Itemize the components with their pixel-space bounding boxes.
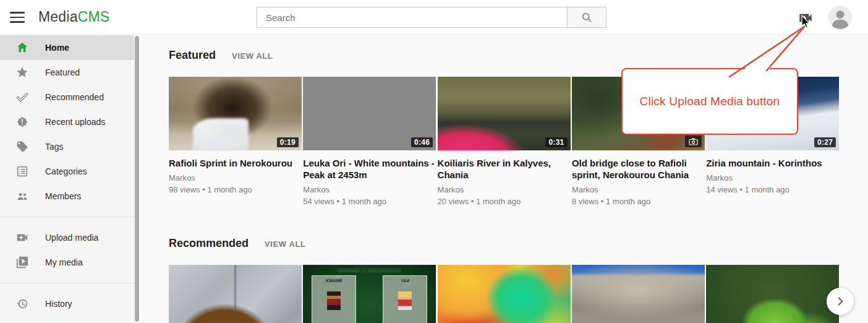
sidebar-item-history[interactable]: History	[0, 291, 134, 316]
search-icon	[581, 11, 593, 24]
star-icon	[15, 66, 29, 79]
my-media-icon	[15, 256, 29, 269]
tutorial-callout: Click Upload Media button	[621, 68, 798, 135]
media-thumbnail[interactable]: 0:31	[438, 77, 571, 150]
sidebar-scrollbar-track	[134, 35, 140, 323]
media-card[interactable]: 0:46 Leuka Ori - White mountains - Peak …	[303, 77, 436, 225]
media-thumbnail[interactable]	[572, 265, 705, 323]
media-meta: 98 views • 1 month ago	[169, 185, 302, 194]
sidebar-item-label: Recent uploads	[45, 117, 105, 127]
tag-icon	[15, 140, 29, 153]
sidebar-item-featured[interactable]: Featured	[0, 60, 134, 85]
members-icon	[15, 189, 29, 203]
hamburger-menu-icon[interactable]	[9, 9, 26, 25]
media-card[interactable]: 0:19 Rafioli Sprint in Nerokourou Markos…	[169, 77, 302, 225]
media-title[interactable]: Old bridge close to Rafioli sprint, Nero…	[572, 157, 705, 181]
media-thumbnail[interactable]	[169, 265, 302, 323]
camera-icon	[689, 138, 698, 145]
sidebar-divider	[0, 283, 134, 283]
game-character-panel: YAA Select	[383, 275, 427, 323]
media-title[interactable]: Leuka Ori - White mountains - Peak at 24…	[303, 157, 436, 181]
game-character-panel: KWAME Selected	[312, 275, 356, 323]
media-title[interactable]: Ziria mountain - Korinthos	[706, 157, 839, 169]
media-card[interactable]: 0:31 Koiliaris River in Kalyves, Chania …	[438, 77, 571, 225]
media-author[interactable]: Markos	[572, 185, 705, 194]
sidebar-item-label: My media	[45, 257, 83, 267]
media-thumbnail[interactable]	[438, 265, 571, 323]
search-bar	[257, 7, 606, 28]
user-avatar[interactable]	[828, 6, 852, 29]
game-character-sprite	[327, 291, 341, 310]
media-card[interactable]	[438, 265, 571, 323]
image-media-badge	[685, 136, 702, 147]
upload-media-button[interactable]	[796, 9, 815, 27]
sidebar-item-label: Members	[45, 191, 81, 201]
carousel-next-button[interactable]	[827, 288, 854, 315]
sidebar-scrollbar-thumb[interactable]	[135, 36, 139, 322]
tutorial-callout-text: Click Upload Media button	[640, 95, 780, 108]
recommended-view-all-link[interactable]: VIEW ALL	[265, 239, 305, 249]
sidebar-item-my-media[interactable]: My media	[0, 250, 134, 275]
featured-view-all-link[interactable]: VIEW ALL	[232, 51, 273, 61]
history-icon	[15, 297, 29, 311]
sidebar-item-label: Tags	[45, 142, 64, 152]
mediacms-home-page: MediaCMS	[0, 0, 868, 323]
media-author[interactable]: Markos	[438, 185, 571, 194]
media-card[interactable]	[706, 265, 839, 323]
sidebar-item-members[interactable]: Members	[0, 184, 134, 209]
section-title-recommended: Recommended	[169, 237, 249, 250]
search-input[interactable]	[257, 7, 567, 27]
topbar: MediaCMS	[0, 0, 868, 35]
upload-media-icon	[798, 10, 814, 26]
sidebar-item-label: Recommended	[45, 92, 104, 102]
person-icon	[828, 6, 852, 29]
search-button[interactable]	[567, 7, 606, 27]
section-title-featured: Featured	[169, 49, 216, 62]
game-character-name: YAA	[383, 278, 427, 283]
sidebar-item-tags[interactable]: Tags	[0, 134, 134, 159]
categories-icon	[15, 165, 29, 178]
game-character-sprite	[398, 291, 412, 310]
sidebar-item-upload-media[interactable]: Upload media	[0, 225, 134, 250]
sidebar-item-recent-uploads[interactable]: Recent uploads	[0, 110, 134, 134]
game-character-name: KWAME	[312, 278, 355, 283]
sidebar-item-label: Upload media	[45, 233, 98, 243]
duration-badge: 0:27	[814, 137, 836, 147]
media-card[interactable]	[169, 265, 302, 323]
upload-media-icon	[15, 231, 29, 244]
logo-prefix: Media	[38, 9, 78, 25]
sidebar-item-recommended[interactable]: Recommended	[0, 85, 134, 110]
sidebar-item-label: History	[45, 299, 72, 309]
media-card[interactable]	[572, 265, 705, 323]
media-card[interactable]: CHOOSE A CHARACTER KWAME Selected YAA Se…	[303, 265, 436, 323]
logo-suffix: CMS	[78, 9, 110, 25]
sidebar-item-categories[interactable]: Categories	[0, 159, 134, 184]
media-title[interactable]: Rafioli Sprint in Nerokourou	[169, 157, 302, 169]
new-releases-icon	[15, 115, 29, 129]
media-meta: 54 views • 1 month ago	[303, 197, 436, 206]
media-thumbnail[interactable]: 0:46	[303, 77, 436, 150]
media-thumbnail[interactable]: 0:19	[169, 77, 302, 150]
sidebar-item-home[interactable]: Home	[0, 35, 134, 60]
media-title[interactable]: Koiliaris River in Kalyves, Chania	[438, 157, 571, 181]
app-logo[interactable]: MediaCMS	[38, 9, 109, 25]
media-author[interactable]: Markos	[706, 173, 839, 183]
media-meta: 20 views • 1 month ago	[438, 197, 571, 206]
sidebar-item-label: Featured	[45, 67, 80, 77]
sidebar-item-label: Categories	[45, 166, 87, 176]
media-thumbnail[interactable]: CHOOSE A CHARACTER KWAME Selected YAA Se…	[303, 265, 436, 323]
media-thumbnail[interactable]	[706, 265, 839, 323]
recommended-section: Recommended VIEW ALL CHOOSE A CHARACTER …	[169, 237, 868, 323]
sidebar: Home Featured Recommended	[0, 35, 134, 323]
sidebar-divider	[0, 217, 134, 217]
duration-badge: 0:19	[277, 137, 299, 147]
game-screen-title: CHOOSE A CHARACTER	[303, 268, 436, 273]
duration-badge: 0:46	[411, 137, 433, 147]
media-author[interactable]: Markos	[169, 173, 302, 183]
sidebar-item-label: Home	[45, 43, 69, 53]
chevron-right-icon	[832, 293, 848, 309]
media-meta: 14 views • 1 month ago	[706, 185, 839, 194]
home-icon	[15, 41, 29, 54]
duration-badge: 0:31	[545, 137, 567, 147]
media-author[interactable]: Markos	[303, 185, 436, 194]
